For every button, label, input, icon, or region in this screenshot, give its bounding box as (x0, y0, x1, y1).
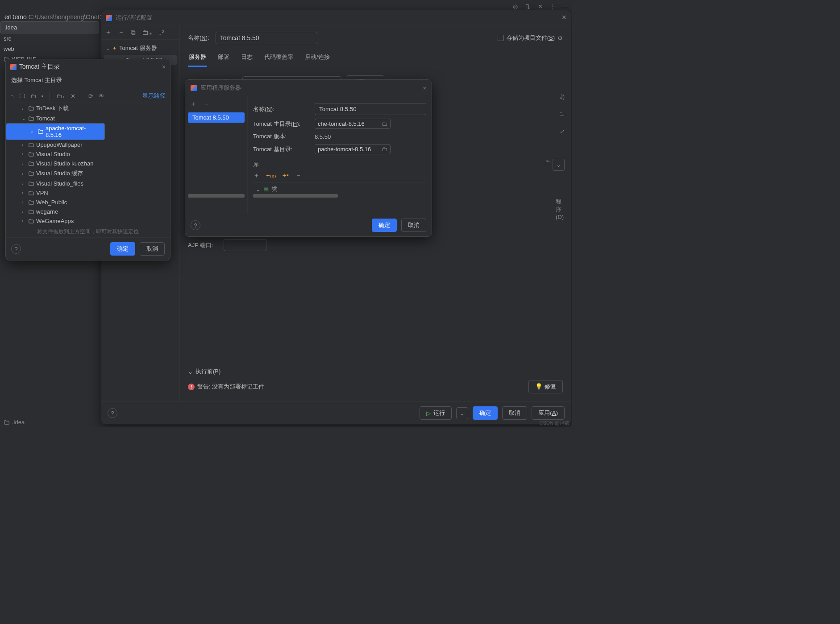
class-icon: ▤ (263, 186, 269, 193)
help-icon[interactable]: ? (11, 244, 21, 254)
tree-item-idea[interactable]: .idea (0, 21, 99, 33)
folder-add-icon[interactable]: 🗀₊ (142, 29, 152, 37)
before-launch-section[interactable]: ⌄ 执行前(B) (188, 368, 563, 376)
close-icon[interactable]: × (561, 13, 566, 22)
desktop-icon[interactable]: 🖵 (19, 93, 25, 99)
tree-item[interactable]: ⌄Tomcat (6, 114, 170, 123)
scrollbar-horiz[interactable] (188, 194, 245, 198)
tree-item[interactable]: ›wegame (6, 207, 170, 216)
chevron-icon: › (22, 200, 26, 205)
tree-item[interactable]: ›WeGameApps (6, 216, 170, 226)
chevron-down-icon[interactable]: ⌄ (553, 159, 565, 171)
watermark: CSDN @冯蒙 (540, 420, 570, 426)
close-icon[interactable]: × (423, 85, 426, 91)
ok-button[interactable]: 确定 (110, 242, 135, 256)
lib-class-row[interactable]: ⌄ ▤ 类 (253, 182, 426, 193)
right-gutter: J) 🗀 ⤢ 🗀 ⌄ 程序(D) (549, 88, 571, 226)
remove-icon[interactable]: － (203, 99, 210, 109)
gear-icon[interactable]: ⚙ (557, 35, 563, 41)
idea-tab[interactable]: .idea (4, 419, 25, 426)
help-icon[interactable]: ? (108, 408, 117, 418)
remove-icon[interactable]: － (295, 171, 302, 180)
target-icon[interactable]: ◎ (511, 3, 519, 10)
home-dialog-header: Tomcat 主目录 × (6, 59, 170, 74)
help-icon[interactable]: ? (191, 220, 200, 230)
tree-item[interactable]: ›VPN (6, 188, 170, 198)
home-subtitle: 选择 Tomcat 主目录 (6, 74, 170, 89)
tree-item[interactable]: ›ToDesk 下载 (6, 103, 170, 114)
fix-button[interactable]: 💡 修复 (528, 380, 563, 393)
delete-icon[interactable]: ✕ (71, 93, 75, 99)
folder-icon[interactable]: 🗀 (379, 120, 387, 127)
project-icon[interactable]: 🗀 (30, 93, 36, 99)
folder-icon[interactable]: 🗀 (549, 105, 571, 123)
ok-button[interactable]: 确定 (473, 406, 498, 420)
module-icon[interactable]: ▪ (42, 93, 44, 99)
name-input[interactable] (216, 32, 317, 44)
checkbox-icon[interactable] (498, 35, 504, 41)
tab-startup[interactable]: 启动/连接 (304, 50, 331, 67)
base-dir-input[interactable]: pache-tomcat-8.5.16 🗀 (315, 144, 391, 154)
tab-coverage[interactable]: 代码覆盖率 (263, 50, 294, 67)
apply-button[interactable]: 应用(A) (532, 406, 565, 420)
minimize-icon[interactable]: — (561, 3, 569, 10)
home-dir-tree[interactable]: ›ToDesk 下载⌄Tomcat›apache-tomcat-8.5.16›U… (6, 103, 170, 226)
tree-item[interactable]: ›Visual Studio 缓存 (6, 168, 170, 179)
tab-deploy[interactable]: 部署 (217, 50, 230, 67)
tree-item[interactable]: ›Visual Studio_files (6, 179, 170, 188)
folder-icon[interactable]: 🗀 (379, 146, 387, 153)
ajp-input[interactable] (224, 239, 266, 251)
name-label: 名称(N): (188, 34, 209, 42)
server-list-item[interactable]: Tomcat 8.5.50 (188, 112, 245, 123)
tree-item[interactable]: ›apache-tomcat-8.5.16 (6, 123, 105, 140)
expand-icon[interactable]: ⤢ (549, 123, 571, 140)
scrollbar-horiz[interactable] (253, 194, 338, 198)
folder-icon[interactable]: 🗀 (545, 159, 551, 171)
warning-icon: ! (188, 384, 195, 390)
tree-item[interactable]: ›Windows Kits (6, 226, 170, 226)
app-dialog-footer: ? 确定 取消 (185, 214, 432, 236)
tree-item[interactable]: ›Visual Studio (6, 149, 170, 159)
add-icon[interactable]: ＋ (190, 99, 197, 109)
intellij-icon (191, 85, 197, 91)
add-icon[interactable]: ＋ (105, 28, 112, 37)
close-icon[interactable]: × (162, 63, 166, 70)
cancel-button[interactable]: 取消 (140, 242, 165, 256)
dialog-title: 运行/调试配置 (116, 14, 152, 22)
show-hidden-icon[interactable]: 👁 (99, 93, 104, 99)
more-icon[interactable]: ⋮ (549, 3, 556, 10)
add-icon[interactable]: ＋ (253, 171, 260, 180)
store-as-file[interactable]: 存储为项目文件(S) ⚙ (498, 34, 563, 42)
run-button[interactable]: ▷运行 (420, 406, 452, 420)
tab-logs[interactable]: 日志 (240, 50, 254, 67)
tab-server[interactable]: 服务器 (188, 50, 207, 67)
add-jar-icon[interactable]: +▪ (283, 171, 289, 180)
home-dir-input[interactable]: che-tomcat-8.5.16 🗀 (315, 119, 391, 129)
ok-button[interactable]: 确定 (372, 219, 397, 232)
tree-item-web[interactable]: web (0, 44, 80, 54)
tree-item[interactable]: ›Visual Studio kuozhan (6, 159, 170, 168)
cancel-button[interactable]: 取消 (502, 406, 527, 420)
tree-item[interactable]: ›Web_Public (6, 198, 170, 207)
show-path-link[interactable]: 显示路径 (142, 92, 166, 100)
remove-icon[interactable]: － (118, 28, 125, 37)
run-dropdown[interactable]: ⌄ (456, 407, 468, 419)
home-dialog-footer: ? 确定 取消 (6, 237, 170, 260)
server-name-input[interactable] (315, 103, 426, 115)
add-class-icon[interactable]: +₍ₒ₎ (266, 171, 276, 180)
cancel-button[interactable]: 取消 (401, 219, 426, 232)
config-group-tomcat[interactable]: ⌄ ✦ Tomcat 服务器 (101, 42, 179, 54)
play-icon: ▷ (426, 410, 431, 417)
ajp-label: AJP 端口: (188, 241, 219, 249)
copy-icon[interactable]: ⧉ (131, 29, 136, 37)
close-icon[interactable]: ✕ (536, 3, 544, 10)
chevron-icon: › (22, 209, 26, 214)
home-icon[interactable]: ⌂ (10, 93, 14, 99)
tree-item[interactable]: ›UpupooWallpaper (6, 140, 170, 149)
tree-item-src[interactable]: src (0, 33, 80, 44)
sort-icon[interactable]: ↓² (158, 29, 164, 36)
refresh-icon[interactable]: ⟳ (88, 93, 93, 99)
updown-icon[interactable]: ⇅ (524, 3, 531, 10)
new-folder-icon[interactable]: 🗀₊ (56, 93, 65, 99)
base-dir-label: Tomcat 基目录: (253, 145, 311, 153)
